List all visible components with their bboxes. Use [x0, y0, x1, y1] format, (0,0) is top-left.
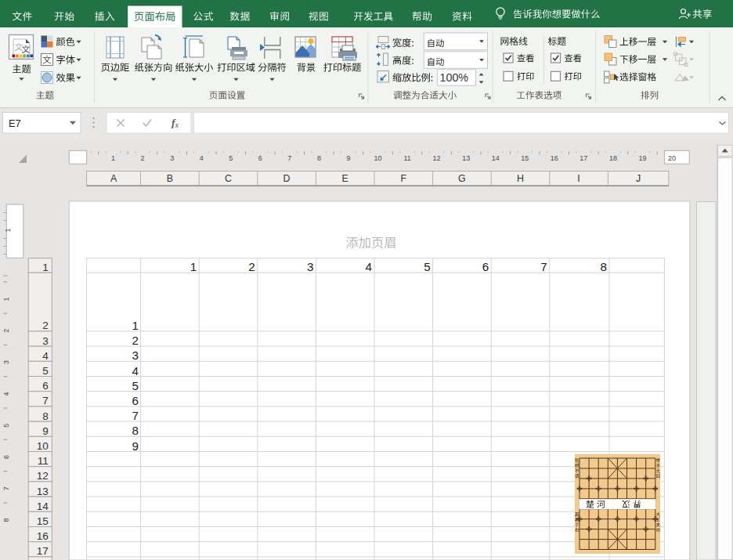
svg-text:6: 6	[132, 394, 138, 407]
svg-text:5: 5	[42, 365, 49, 377]
svg-text:19: 19	[638, 154, 646, 162]
svg-text:10: 10	[374, 154, 381, 162]
svg-text:3: 3	[132, 349, 138, 362]
svg-text:14: 14	[37, 500, 49, 512]
svg-text:3: 3	[2, 360, 10, 364]
svg-text:3: 3	[170, 154, 174, 162]
svg-text:6: 6	[2, 455, 10, 459]
svg-text:15: 15	[37, 515, 49, 527]
svg-text:8: 8	[132, 424, 138, 437]
svg-text:16: 16	[37, 530, 49, 542]
svg-text:2: 2	[2, 329, 10, 333]
svg-text:9: 9	[346, 154, 350, 162]
svg-text:C: C	[225, 173, 232, 184]
svg-text:2: 2	[141, 154, 145, 162]
svg-text:14: 14	[492, 154, 500, 162]
svg-text:13: 13	[462, 154, 470, 162]
svg-text:4: 4	[366, 260, 372, 273]
svg-text:17: 17	[580, 154, 587, 162]
svg-text:1: 1	[132, 319, 138, 332]
svg-text:16: 16	[551, 154, 558, 162]
svg-text:1: 1	[190, 260, 197, 273]
svg-text:6: 6	[258, 154, 262, 162]
svg-text:3: 3	[307, 260, 313, 273]
svg-text:2: 2	[248, 260, 255, 273]
svg-text:2: 2	[42, 320, 49, 331]
svg-text:1: 1	[42, 262, 49, 273]
svg-text:7: 7	[540, 260, 547, 273]
svg-text:A: A	[110, 173, 117, 184]
svg-text:17: 17	[37, 545, 49, 557]
svg-text:7: 7	[287, 154, 291, 162]
svg-text:12: 12	[37, 470, 49, 482]
svg-text:E7: E7	[9, 117, 21, 129]
svg-text:5: 5	[2, 424, 10, 428]
svg-text:1: 1	[4, 228, 12, 232]
svg-text:B: B	[167, 173, 173, 184]
svg-text:G: G	[458, 173, 466, 184]
svg-text:7: 7	[132, 409, 138, 422]
svg-text:1: 1	[2, 297, 10, 301]
svg-text:I: I	[577, 173, 580, 184]
svg-text:5: 5	[132, 379, 138, 392]
svg-text:3: 3	[42, 335, 49, 347]
svg-text:9: 9	[42, 425, 49, 437]
svg-text:8: 8	[2, 518, 10, 522]
svg-text:10: 10	[37, 440, 49, 452]
svg-text:5: 5	[424, 260, 430, 273]
svg-text:18: 18	[609, 154, 617, 162]
svg-text:2: 2	[132, 334, 138, 347]
svg-text:8: 8	[317, 154, 321, 162]
svg-text:6: 6	[482, 260, 489, 273]
svg-text:9: 9	[132, 439, 138, 453]
svg-text:15: 15	[521, 154, 529, 162]
svg-text:D: D	[283, 173, 291, 184]
svg-text:100%: 100%	[440, 71, 469, 84]
svg-text:5: 5	[229, 154, 233, 162]
svg-text:E: E	[342, 173, 348, 184]
svg-text:1: 1	[111, 154, 115, 162]
svg-text:J: J	[636, 173, 641, 184]
svg-text:11: 11	[38, 455, 49, 467]
svg-text:H: H	[517, 173, 524, 184]
svg-text:11: 11	[403, 154, 410, 162]
svg-text:8: 8	[601, 260, 607, 273]
svg-text:6: 6	[42, 380, 49, 392]
svg-text:8: 8	[42, 410, 49, 422]
svg-text:4: 4	[132, 364, 138, 378]
svg-text:12: 12	[433, 154, 441, 162]
svg-text:4: 4	[200, 154, 204, 162]
svg-text:20: 20	[668, 154, 676, 162]
svg-text:F: F	[401, 173, 407, 184]
svg-text:7: 7	[2, 486, 10, 490]
svg-text:7: 7	[42, 395, 49, 406]
svg-text:4: 4	[2, 392, 10, 396]
svg-text:4: 4	[42, 350, 49, 362]
svg-text:13: 13	[37, 486, 49, 497]
